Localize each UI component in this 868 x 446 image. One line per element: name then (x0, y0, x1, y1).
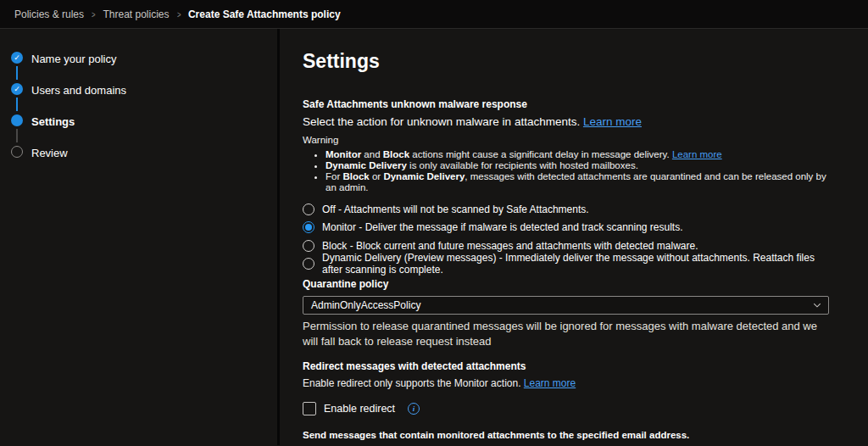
learn-more-link[interactable]: Learn more (583, 115, 642, 128)
warning-item: For Block or Dynamic Delivery, messages … (326, 171, 829, 193)
radio-button-icon (303, 221, 314, 233)
step-complete-check-icon: ✓ (11, 52, 23, 64)
radio-option-dynamic-delivery[interactable]: Dynamic Delivery (Preview messages) - Im… (303, 255, 829, 274)
chevron-right-icon: > (92, 9, 96, 20)
breadcrumb-item-current-page: Create Safe Attachments policy (188, 8, 341, 20)
radio-label: Monitor - Deliver the message if malware… (322, 221, 683, 233)
step-label: Review (31, 147, 68, 160)
step-users-and-domains[interactable]: ✓ Users and domains (11, 82, 277, 114)
enable-redirect-checkbox[interactable] (303, 402, 316, 415)
step-current-dot-icon (11, 114, 23, 126)
dropdown-selected-value: AdminOnlyAccessPolicy (311, 299, 420, 311)
send-address-heading: Send messages that contain monitored att… (303, 429, 829, 441)
radio-label: Block - Block current and future message… (322, 240, 698, 252)
step-settings[interactable]: Settings (11, 114, 277, 145)
info-icon[interactable]: i (408, 403, 420, 415)
enable-redirect-row: Enable redirect i (303, 401, 829, 415)
warning-item: Dynamic Delivery is only available for r… (326, 160, 829, 171)
radio-button-icon (303, 240, 314, 252)
page-title: Settings (303, 48, 829, 74)
breadcrumb: Policies & rules > Threat policies > Cre… (14, 8, 341, 20)
step-label: Users and domains (31, 84, 126, 98)
warning-item: Monitor and Block actions might cause a … (326, 149, 829, 160)
step-label: Settings (31, 115, 75, 129)
breadcrumb-item-policies-rules[interactable]: Policies & rules (14, 8, 84, 20)
chevron-right-icon: > (176, 9, 181, 20)
step-label: Name your policy (31, 53, 116, 66)
radio-label: Off - Attachments will not be scanned by… (322, 203, 589, 215)
step-upcoming-circle-icon (11, 146, 23, 158)
wizard-sidebar: ✓ Name your policy ✓ Users and domains S… (0, 29, 280, 445)
top-bar: Policies & rules > Threat policies > Cre… (0, 0, 868, 29)
malware-response-heading: Safe Attachments unknown malware respons… (303, 98, 829, 110)
quarantine-policy-note: Permission to release quarantined messag… (303, 319, 829, 349)
step-name-your-policy[interactable]: ✓ Name your policy (11, 51, 277, 82)
radio-button-icon (303, 203, 314, 215)
radio-button-icon (303, 258, 314, 270)
page-shell: ✓ Name your policy ✓ Users and domains S… (0, 29, 868, 445)
warning-list: Monitor and Block actions might cause a … (303, 149, 829, 193)
quarantine-policy-heading: Quarantine policy (303, 278, 829, 290)
redirect-heading: Redirect messages with detected attachme… (303, 360, 829, 372)
redirect-description: Enable redirect only supports the Monito… (303, 377, 829, 390)
radio-option-monitor[interactable]: Monitor - Deliver the message if malware… (303, 219, 829, 237)
settings-panel: Settings Safe Attachments unknown malwar… (280, 29, 868, 445)
warning-title: Warning (303, 134, 829, 146)
malware-response-radio-group: Off - Attachments will not be scanned by… (303, 200, 829, 273)
quarantine-policy-dropdown[interactable]: AdminOnlyAccessPolicy (303, 296, 829, 315)
learn-more-link[interactable]: Learn more (672, 149, 722, 159)
breadcrumb-item-threat-policies[interactable]: Threat policies (103, 8, 169, 20)
step-review[interactable]: Review (11, 145, 277, 176)
chevron-down-icon (812, 300, 822, 310)
description-text: Select the action for unknown malware in… (303, 115, 583, 128)
enable-redirect-label[interactable]: Enable redirect (324, 403, 395, 415)
radio-option-off[interactable]: Off - Attachments will not be scanned by… (303, 200, 829, 219)
learn-more-link[interactable]: Learn more (524, 377, 576, 389)
radio-label: Dynamic Delivery (Preview messages) - Im… (322, 252, 829, 276)
step-complete-check-icon: ✓ (11, 83, 23, 95)
malware-response-description: Select the action for unknown malware in… (303, 114, 829, 130)
